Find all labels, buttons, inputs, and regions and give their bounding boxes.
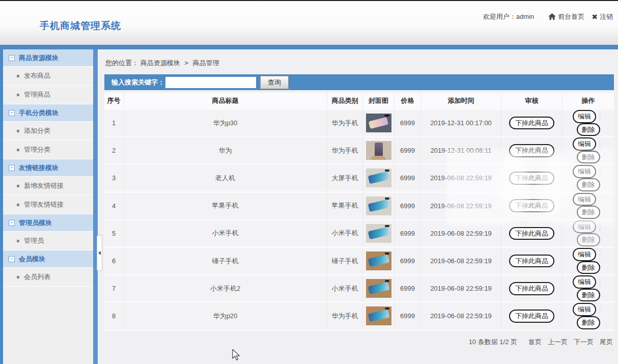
table-row: 7小米手机2小米手机69992019-06-08 22:59:19下掉此商品编辑… xyxy=(104,275,614,303)
camera-graphic xyxy=(385,280,389,282)
delete-button[interactable]: 删除 xyxy=(577,151,600,164)
take-down-button[interactable]: 下掉此商品 xyxy=(509,172,554,185)
delete-button[interactable]: 删除 xyxy=(577,289,600,302)
cover-image[interactable] xyxy=(366,197,391,215)
column-header-3: 封面图 xyxy=(363,93,395,110)
edit-button[interactable]: 编辑 xyxy=(573,275,596,289)
sidebar-module-1[interactable]: −手机分类模块 xyxy=(3,104,93,122)
sidebar-collapse-handle[interactable] xyxy=(97,235,102,271)
added-time: 2019-06-08 22:59:19 xyxy=(421,165,501,192)
edit-button[interactable]: 编辑 xyxy=(573,193,596,206)
edit-button[interactable]: 编辑 xyxy=(573,110,596,123)
take-down-button[interactable]: 下掉此商品 xyxy=(509,144,554,157)
cover-image-cell xyxy=(363,193,395,220)
camera-graphic xyxy=(385,225,389,227)
delete-button[interactable]: 删除 xyxy=(577,261,600,274)
sidebar-item-label: 会员列表 xyxy=(24,272,50,282)
sidebar-item-2-1[interactable]: 管理友情链接 xyxy=(3,195,93,214)
edit-button[interactable]: 编辑 xyxy=(573,303,596,316)
column-header-7: 操作 xyxy=(563,93,614,110)
edit-button[interactable]: 编辑 xyxy=(573,137,596,151)
search-button[interactable]: 查询 xyxy=(260,76,289,89)
cover-image[interactable] xyxy=(366,224,391,243)
cover-image[interactable] xyxy=(366,251,391,270)
take-down-button[interactable]: 下掉此商品 xyxy=(509,117,554,130)
product-price: 6999 xyxy=(395,303,421,330)
sidebar-item-0-1[interactable]: 管理商品 xyxy=(3,86,93,104)
take-down-button[interactable]: 下掉此商品 xyxy=(509,199,554,212)
product-category: 华为手机 xyxy=(327,110,363,137)
row-number: 4 xyxy=(104,193,124,220)
operations-cell: 编辑删除 xyxy=(563,137,614,165)
product-price: 6999 xyxy=(395,248,421,275)
breadcrumb-separator: > xyxy=(184,59,188,67)
collapse-minus-icon: − xyxy=(9,55,15,61)
hand-graphic xyxy=(371,156,386,160)
breadcrumb: 您的位置： 商品资源模块 > 商品管理 xyxy=(104,49,614,68)
home-link[interactable]: 前台首页 xyxy=(548,12,584,21)
sidebar-item-4-0[interactable]: 会员列表 xyxy=(3,268,93,287)
cover-image[interactable] xyxy=(366,114,391,132)
sidebar-module-3[interactable]: −管理员模块 xyxy=(3,214,93,232)
product-title: 华为p30 xyxy=(124,110,327,137)
sidebar-item-label: 管理商品 xyxy=(24,90,50,99)
pagination-last[interactable]: 尾页 xyxy=(600,338,613,346)
sidebar-module-label: 手机分类模块 xyxy=(19,108,59,118)
sidebar-module-2[interactable]: −友情链接模块 xyxy=(3,159,93,177)
edit-button[interactable]: 编辑 xyxy=(573,248,596,261)
column-header-5: 添加时间 xyxy=(421,93,501,110)
bullet-icon xyxy=(17,94,19,96)
sidebar-item-2-0[interactable]: 新增友情链接 xyxy=(3,177,93,195)
cover-image[interactable] xyxy=(366,306,391,325)
search-input[interactable] xyxy=(165,77,256,88)
delete-button[interactable]: 删除 xyxy=(577,233,600,246)
search-label: 输入搜索关键字： xyxy=(111,78,164,87)
sidebar-item-0-0[interactable]: 发布商品 xyxy=(3,67,93,86)
sidebar-divider xyxy=(93,49,98,364)
table-row: 1华为p30华为手机69992019-12-31 00:17:00下掉此商品编辑… xyxy=(104,110,614,137)
column-header-0: 序号 xyxy=(104,93,124,110)
take-down-button[interactable]: 下掉此商品 xyxy=(509,310,554,323)
sidebar-module-label: 友情链接模块 xyxy=(19,163,59,173)
cover-image[interactable] xyxy=(366,279,391,298)
operation-divider xyxy=(600,195,600,204)
product-category: 小米手机 xyxy=(327,220,363,248)
table-row: 5小米手机小米手机69992019-06-08 22:59:19下掉此商品编辑删… xyxy=(104,220,614,248)
sidebar-module-0[interactable]: −商品资源模块 xyxy=(3,49,93,67)
operations-cell: 编辑删除 xyxy=(563,193,614,220)
delete-button[interactable]: 删除 xyxy=(577,316,600,329)
sidebar-item-3-0[interactable]: 管理员 xyxy=(3,232,93,250)
pagination-next[interactable]: 下一页 xyxy=(574,338,594,346)
product-price: 6999 xyxy=(395,220,421,248)
phone-graphic xyxy=(368,172,389,184)
product-category: 小米手机 xyxy=(327,275,363,303)
operation-divider xyxy=(600,251,600,259)
take-down-button[interactable]: 下掉此商品 xyxy=(509,282,554,295)
camera-graphic xyxy=(385,253,389,255)
cover-image[interactable] xyxy=(366,169,391,187)
pagination-first[interactable]: 首页 xyxy=(528,338,542,346)
sidebar-item-label: 管理分类 xyxy=(24,145,50,154)
product-title: 小米手机 xyxy=(124,220,327,248)
added-time: 2019-06-08 22:59:19 xyxy=(421,303,501,330)
delete-button[interactable]: 删除 xyxy=(577,178,600,191)
take-down-button[interactable]: 下掉此商品 xyxy=(509,255,554,268)
cover-image[interactable] xyxy=(366,141,391,160)
take-down-button[interactable]: 下掉此商品 xyxy=(509,227,554,240)
edit-button[interactable]: 编辑 xyxy=(573,220,596,234)
product-title: 华为p20 xyxy=(124,303,327,330)
logout-link[interactable]: ✖ 注销 xyxy=(592,12,613,21)
sidebar-item-1-0[interactable]: 添加分类 xyxy=(3,122,93,141)
table-row: 2华为华为手机69992019-12-31 00:08:11下掉此商品编辑删除 xyxy=(104,137,614,165)
search-bar: 输入搜索关键字： 查询 xyxy=(104,74,614,90)
pagination-prev[interactable]: 上一页 xyxy=(548,338,568,346)
delete-button[interactable]: 删除 xyxy=(577,206,600,219)
edit-button[interactable]: 编辑 xyxy=(573,165,596,178)
delete-button[interactable]: 删除 xyxy=(577,123,600,136)
sidebar-item-label: 发布商品 xyxy=(24,71,50,80)
audit-cell: 下掉此商品 xyxy=(501,137,563,165)
sidebar-item-1-1[interactable]: 管理分类 xyxy=(3,141,93,159)
sidebar-module-label: 商品资源模块 xyxy=(19,53,59,63)
sidebar-module-4[interactable]: −会员模块 xyxy=(3,250,93,268)
product-title: 苹果手机 xyxy=(124,193,327,220)
